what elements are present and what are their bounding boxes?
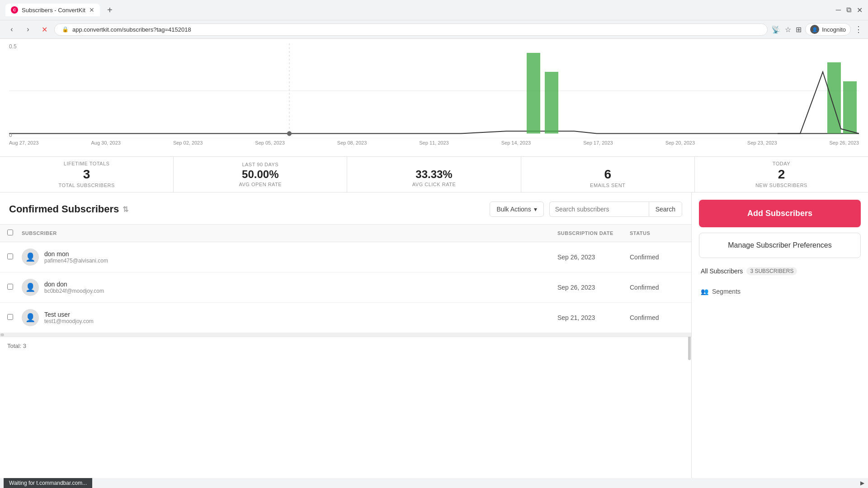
reload-button[interactable]: ✕ xyxy=(38,23,51,36)
menu-button[interactable]: ⋮ xyxy=(854,24,863,34)
segments-row[interactable]: 👥 Segments xyxy=(699,284,861,299)
search-button-label: Search xyxy=(656,206,675,213)
browser-tab[interactable]: C Subscribers - ConvertKit ✕ xyxy=(5,4,100,16)
chart-area: 0.5 0 Au xyxy=(0,39,868,156)
all-subscribers-row[interactable]: All Subscribers 3 SUBSCRIBERS xyxy=(699,263,861,279)
cast-icon[interactable]: 📡 xyxy=(771,25,780,34)
subscriber-info-1: 👤 don don bc0bb24f@moodjoy.com xyxy=(22,279,557,296)
bulk-actions-button[interactable]: Bulk Actions ▾ xyxy=(490,202,543,217)
incognito-label: Incognito xyxy=(822,26,846,33)
lifetime-sub: TOTAL SUBSCRIBERS xyxy=(58,183,114,188)
horizontal-scrollbar[interactable] xyxy=(0,333,691,337)
svg-rect-7 xyxy=(843,81,857,134)
address-bar[interactable]: 🔒 app.convertkit.com/subscribers?tag=415… xyxy=(54,23,768,36)
open-rate-sub: AVG OPEN RATE xyxy=(239,182,282,187)
forward-button[interactable]: › xyxy=(22,23,34,36)
window-controls: ─ ⧉ ✕ xyxy=(836,6,863,14)
chart-dates: Aug 27, 2023 Aug 30, 2023 Sep 02, 2023 S… xyxy=(9,138,859,145)
main-area: Confirmed Subscribers ⇅ Bulk Actions ▾ S… xyxy=(0,192,868,488)
lifetime-label: LIFETIME TOTALS xyxy=(64,161,110,166)
close-button[interactable]: ✕ xyxy=(857,6,863,14)
bulk-actions-label: Bulk Actions xyxy=(496,206,531,213)
row-checkbox-container-0[interactable] xyxy=(7,253,22,261)
search-bar-container: Search xyxy=(549,202,682,217)
status-loading-text: Waiting for t.commandbar.com... xyxy=(9,480,87,486)
period-label: LAST 90 DAYS xyxy=(242,162,278,167)
manage-prefs-label: Manage Subscriber Preferences xyxy=(728,241,831,249)
stat-open-rate: LAST 90 DAYS 50.00% AVG OPEN RATE xyxy=(174,157,347,192)
subscription-date-2: Sep 21, 2023 xyxy=(557,314,630,321)
table-row: 👤 don don bc0bb24f@moodjoy.com Sep 26, 2… xyxy=(0,272,691,303)
restore-button[interactable]: ⧉ xyxy=(846,6,851,14)
subscriber-details-1: don don bc0bb24f@moodjoy.com xyxy=(44,281,104,294)
row-checkbox-2[interactable] xyxy=(7,314,13,320)
subscriber-panel: Confirmed Subscribers ⇅ Bulk Actions ▾ S… xyxy=(0,192,692,488)
select-all-checkbox[interactable] xyxy=(7,230,13,235)
row-checkbox-container-2[interactable] xyxy=(7,314,22,322)
subscriber-avatar-0: 👤 xyxy=(22,249,39,266)
subscriber-table-wrapper: SUBSCRIBER SUBSCRIPTION DATE STATUS 👤 do… xyxy=(0,224,691,488)
search-button[interactable]: Search xyxy=(649,202,682,217)
back-button[interactable]: ‹ xyxy=(5,23,18,36)
page-content: 0.5 0 Au xyxy=(0,39,868,488)
select-all-checkbox-container[interactable] xyxy=(7,229,22,237)
subscriber-avatar-2: 👤 xyxy=(22,309,39,326)
subscribers-count-badge: 3 SUBSCRIBERS xyxy=(746,267,797,275)
col-status-header: STATUS xyxy=(630,230,684,236)
manage-subscriber-preferences-button[interactable]: Manage Subscriber Preferences xyxy=(699,233,861,258)
stat-emails: . 6 EMAILS SENT xyxy=(521,157,695,192)
stats-bar: LIFETIME TOTALS 3 TOTAL SUBSCRIBERS LAST… xyxy=(0,156,868,192)
incognito-avatar: 👤 xyxy=(810,25,819,34)
new-tab-button[interactable]: + xyxy=(104,4,116,16)
bulk-actions-chevron-icon: ▾ xyxy=(534,206,537,213)
chart-svg xyxy=(9,43,859,138)
subscriber-table-content: SUBSCRIBER SUBSCRIPTION DATE STATUS 👤 do… xyxy=(0,224,691,488)
subscriber-details-2: Test user test1@moodjoy.com xyxy=(44,311,94,324)
confirmed-title-text: Confirmed Subscribers xyxy=(9,203,119,215)
chart-y-bottom-label: 0 xyxy=(9,132,12,138)
chart-date-2: Sep 02, 2023 xyxy=(173,140,203,145)
chart-date-3: Sep 05, 2023 xyxy=(255,140,284,145)
tab-favicon: C xyxy=(11,6,18,14)
chart-date-8: Sep 20, 2023 xyxy=(665,140,695,145)
subscriber-name-0: don mon xyxy=(44,250,108,258)
click-rate-value: 33.33% xyxy=(415,169,452,180)
add-subscribers-button[interactable]: Add Subscribers xyxy=(699,200,861,227)
chart-date-5: Sep 11, 2023 xyxy=(419,140,448,145)
subscription-status-0: Confirmed xyxy=(630,253,684,261)
table-row: 👤 Test user test1@moodjoy.com Sep 21, 20… xyxy=(0,303,691,333)
col-date-header: SUBSCRIPTION DATE xyxy=(557,230,630,236)
svg-rect-5 xyxy=(545,72,558,134)
row-checkbox-0[interactable] xyxy=(7,253,13,259)
confirmed-subscribers-title: Confirmed Subscribers ⇅ xyxy=(9,203,128,215)
subscriber-info-0: 👤 don mon pafimen475@alvisani.com xyxy=(22,249,557,266)
h-scroll-thumb[interactable] xyxy=(0,333,4,336)
scroll-thumb[interactable] xyxy=(688,333,691,360)
subscriber-details-0: don mon pafimen475@alvisani.com xyxy=(44,250,108,264)
tab-close-button[interactable]: ✕ xyxy=(89,6,94,14)
subscriber-avatar-1: 👤 xyxy=(22,279,39,296)
row-checkbox-container-1[interactable] xyxy=(7,283,22,291)
segments-icon: 👥 xyxy=(701,288,708,295)
tab-title: Subscribers - ConvertKit xyxy=(22,7,85,14)
emails-sub: EMAILS SENT xyxy=(590,183,625,188)
browser-titlebar: C Subscribers - ConvertKit ✕ + ─ ⧉ ✕ xyxy=(0,0,868,20)
sort-icon[interactable]: ⇅ xyxy=(123,205,128,214)
subscription-date-1: Sep 26, 2023 xyxy=(557,284,630,291)
search-input[interactable] xyxy=(549,202,649,217)
chart-date-1: Aug 30, 2023 xyxy=(91,140,120,145)
stat-lifetime: LIFETIME TOTALS 3 TOTAL SUBSCRIBERS xyxy=(0,157,174,192)
table-row: 👤 don mon pafimen475@alvisani.com Sep 26… xyxy=(0,242,691,272)
bookmark-star-icon[interactable]: ☆ xyxy=(785,25,791,34)
table-header: SUBSCRIBER SUBSCRIPTION DATE STATUS xyxy=(0,224,691,242)
row-checkbox-1[interactable] xyxy=(7,284,13,290)
incognito-badge[interactable]: 👤 Incognito xyxy=(805,23,851,36)
open-rate-value: 50.00% xyxy=(242,169,278,180)
browser-chrome: C Subscribers - ConvertKit ✕ + ─ ⧉ ✕ ‹ ›… xyxy=(0,0,868,39)
all-subscribers-label: All Subscribers xyxy=(701,267,743,275)
minimize-button[interactable]: ─ xyxy=(836,6,841,14)
chart-date-9: Sep 23, 2023 xyxy=(747,140,777,145)
extensions-icon[interactable]: ⊞ xyxy=(796,25,802,34)
browser-toolbar: ‹ › ✕ 🔒 app.convertkit.com/subscribers?t… xyxy=(0,20,868,38)
table-footer: Total: 3 xyxy=(0,337,691,355)
